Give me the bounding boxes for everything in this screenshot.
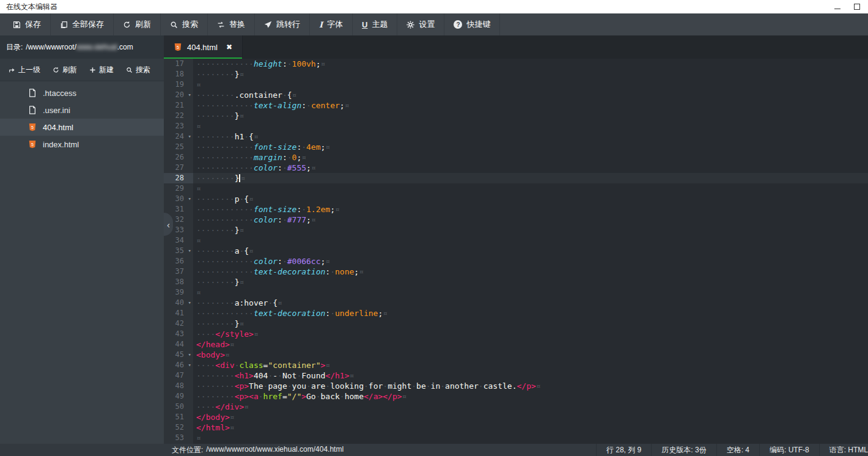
line-number[interactable]: 21	[164, 100, 193, 111]
line-number[interactable]: 28	[164, 173, 193, 183]
code-line[interactable]: 49········<p><a·href="/">Go·back·home</a…	[164, 391, 868, 402]
code-line[interactable]: 50····</div>¤	[164, 402, 868, 412]
code-line[interactable]: 21············text-align:·center;¤	[164, 100, 868, 111]
line-number[interactable]: 38	[164, 277, 193, 287]
file-item[interactable]: 5index.html	[0, 136, 164, 153]
line-number[interactable]: 20▾	[164, 90, 193, 100]
line-number[interactable]: 23	[164, 121, 193, 131]
line-number[interactable]: 40▾	[164, 298, 193, 308]
settings-button[interactable]: 设置	[397, 13, 444, 35]
code-line[interactable]: 24▾········h1·{¤	[164, 131, 868, 142]
line-number[interactable]: 50	[164, 402, 193, 412]
theme-button[interactable]: U主题	[353, 13, 397, 35]
code-line[interactable]: 52</html>¤	[164, 422, 868, 433]
code-line[interactable]: 42········}¤	[164, 318, 868, 329]
fold-arrow-icon[interactable]: ▾	[188, 131, 191, 142]
file-item[interactable]: .user.ini	[0, 101, 164, 119]
code-line[interactable]: 44</head>¤	[164, 339, 868, 350]
line-number[interactable]: 53	[164, 433, 193, 443]
code-line[interactable]: 48········<p>The·page·you·are·looking·fo…	[164, 381, 868, 391]
line-number[interactable]: 37	[164, 267, 193, 277]
code-line[interactable]: 43····</style>¤	[164, 329, 868, 339]
search-button[interactable]: 搜索	[161, 13, 208, 35]
line-number[interactable]: 17	[164, 59, 193, 69]
line-number[interactable]: 22	[164, 111, 193, 121]
code-editor[interactable]: 17············height:·100vh;¤18········}…	[164, 59, 868, 444]
code-line[interactable]: 53¤	[164, 433, 868, 443]
code-line[interactable]: 46▾····<div·class="container">¤	[164, 360, 868, 370]
replace-button[interactable]: 替换	[208, 13, 255, 35]
line-number[interactable]: 51	[164, 412, 193, 422]
line-number[interactable]: 25	[164, 142, 193, 152]
fold-arrow-icon[interactable]: ▾	[188, 360, 191, 370]
code-line[interactable]: 27············color:·#555;¤	[164, 163, 868, 173]
code-line[interactable]: 38········}¤	[164, 277, 868, 287]
line-number[interactable]: 35▾	[164, 246, 193, 256]
code-line[interactable]: 31············font-size:·1.2em;¤	[164, 204, 868, 215]
line-number[interactable]: 39	[164, 287, 193, 298]
shortcuts-button[interactable]: ?快捷键	[444, 13, 500, 35]
code-line[interactable]: 26············margin:·0;¤	[164, 152, 868, 163]
code-line[interactable]: 19¤	[164, 79, 868, 90]
fold-arrow-icon[interactable]: ▾	[188, 90, 191, 100]
line-number[interactable]: 34	[164, 235, 193, 246]
code-line[interactable]: 18········}¤	[164, 69, 868, 79]
tab-close-icon[interactable]: ✖	[226, 43, 232, 51]
line-number[interactable]: 41	[164, 308, 193, 318]
line-number[interactable]: 27	[164, 163, 193, 173]
code-line[interactable]: 17············height:·100vh;¤	[164, 59, 868, 69]
code-line[interactable]: 28········}¤	[164, 173, 868, 183]
language[interactable]: 语言: HTML	[819, 444, 868, 456]
refresh-files-button[interactable]: 刷新	[53, 65, 77, 75]
indent-spaces[interactable]: 空格: 4	[716, 444, 759, 456]
refresh-button[interactable]: 刷新	[114, 13, 161, 35]
line-number[interactable]: 44	[164, 339, 193, 350]
encoding[interactable]: 编码: UTF-8	[759, 444, 819, 456]
save-button[interactable]: 保存	[4, 13, 51, 35]
file-item[interactable]: .htaccess	[0, 84, 164, 101]
code-line[interactable]: 33········}¤	[164, 225, 868, 235]
code-line[interactable]: 40▾········a:hover·{¤	[164, 298, 868, 308]
line-number[interactable]: 49	[164, 391, 193, 402]
goto-line-button[interactable]: 跳转行	[255, 13, 310, 35]
line-number[interactable]: 48	[164, 381, 193, 391]
line-number[interactable]: 36	[164, 256, 193, 267]
line-number[interactable]: 18	[164, 69, 193, 79]
line-number[interactable]: 45▾	[164, 350, 193, 360]
cursor-position[interactable]: 行 28, 列 9	[596, 444, 651, 456]
font-button[interactable]: I字体	[310, 13, 353, 35]
line-number[interactable]: 29	[164, 183, 193, 194]
code-line[interactable]: 30▾········p·{¤	[164, 194, 868, 204]
up-level-button[interactable]: 上一级	[9, 65, 40, 75]
code-line[interactable]: 39¤	[164, 287, 868, 298]
code-line[interactable]: 34¤	[164, 235, 868, 246]
file-item[interactable]: 5404.html	[0, 119, 164, 136]
code-line[interactable]: 35▾········a·{¤	[164, 246, 868, 256]
minimize-button[interactable]	[833, 2, 842, 12]
new-file-button[interactable]: 新建	[89, 65, 114, 75]
fold-arrow-icon[interactable]: ▾	[188, 194, 191, 204]
save-all-button[interactable]: 全部保存	[51, 13, 114, 35]
line-number[interactable]: 43	[164, 329, 193, 339]
line-number[interactable]: 42	[164, 318, 193, 329]
line-number[interactable]: 52	[164, 422, 193, 433]
code-line[interactable]: 37············text-decoration:·none;¤	[164, 267, 868, 277]
line-number[interactable]: 26	[164, 152, 193, 163]
search-files-button[interactable]: 搜索	[126, 65, 150, 75]
fold-arrow-icon[interactable]: ▾	[188, 246, 191, 256]
history-versions[interactable]: 历史版本: 3份	[651, 444, 716, 456]
code-line[interactable]: 41············text-decoration:·underline…	[164, 308, 868, 318]
code-line[interactable]: 45▾<body>¤	[164, 350, 868, 360]
line-number[interactable]: 46▾	[164, 360, 193, 370]
code-line[interactable]: 36············color:·#0066cc;¤	[164, 256, 868, 267]
restore-button[interactable]	[852, 2, 862, 12]
code-line[interactable]: 47········<h1>404·-·Not·Found</h1>¤	[164, 370, 868, 381]
code-line[interactable]: 51</body>¤	[164, 412, 868, 422]
code-line[interactable]: 29¤	[164, 183, 868, 194]
line-number[interactable]: 31	[164, 204, 193, 215]
tab-404.html[interactable]: 5404.html✖	[164, 35, 243, 59]
code-line[interactable]: 20▾········.container·{¤	[164, 90, 868, 100]
code-line[interactable]: 23¤	[164, 121, 868, 131]
fold-arrow-icon[interactable]: ▾	[188, 350, 191, 360]
fold-arrow-icon[interactable]: ▾	[188, 298, 191, 308]
